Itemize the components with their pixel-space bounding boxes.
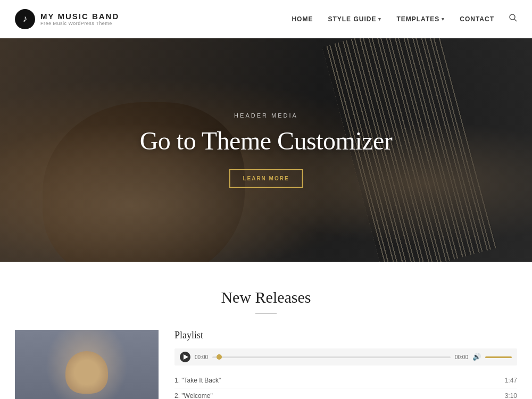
- progress-handle[interactable]: [217, 354, 222, 360]
- hero-title: Go to Theme Customizer: [140, 126, 393, 155]
- logo-text-block: MY MUSIC BAND Free Music WordPress Theme: [40, 12, 119, 26]
- track-duration: 3:10: [505, 392, 517, 399]
- nav-item-home[interactable]: HOME: [292, 15, 313, 23]
- hero-section: HEADER MEDIA Go to Theme Customizer LEAR…: [0, 38, 532, 262]
- svg-point-0: [510, 14, 515, 20]
- nav-item-style-guide[interactable]: STYLE GUIDE ▾: [328, 15, 381, 23]
- releases-content: Playlist 00:00 00:00 🔊 1. "Take It Back": [15, 330, 517, 399]
- section-title: New Releases: [15, 288, 517, 306]
- audio-player[interactable]: 00:00 00:00 🔊: [174, 348, 517, 365]
- main-nav: HOME STYLE GUIDE ▾ TEMPLATES ▾ CONTACT: [292, 14, 517, 24]
- nav-item-templates[interactable]: TEMPLATES ▾: [396, 15, 445, 23]
- track-duration: 1:47: [505, 377, 517, 384]
- progress-track[interactable]: [212, 356, 451, 358]
- site-header: ♪ MY MUSIC BAND Free Music WordPress The…: [0, 0, 532, 38]
- track-name: 2. "Welcome": [174, 392, 213, 399]
- hero-content: HEADER MEDIA Go to Theme Customizer LEAR…: [140, 112, 393, 188]
- search-icon[interactable]: [509, 14, 517, 24]
- play-button[interactable]: [180, 352, 190, 362]
- logo-title: MY MUSIC BAND: [40, 12, 119, 21]
- logo-icon: ♪: [15, 9, 35, 29]
- time-start: 00:00: [195, 354, 208, 360]
- learn-more-button[interactable]: LEARN MORE: [229, 169, 303, 188]
- album-art: [15, 330, 159, 399]
- volume-bar[interactable]: [485, 356, 512, 358]
- track-item[interactable]: 1. "Take It Back" 1:47: [174, 373, 517, 388]
- nav-item-contact[interactable]: CONTACT: [460, 15, 494, 23]
- playlist-title: Playlist: [174, 330, 517, 341]
- volume-icon[interactable]: 🔊: [472, 353, 481, 361]
- playlist-area: Playlist 00:00 00:00 🔊 1. "Take It Back": [174, 330, 517, 399]
- time-end: 00:00: [455, 354, 468, 360]
- logo-subtitle: Free Music WordPress Theme: [40, 21, 119, 26]
- chevron-down-icon: ▾: [378, 16, 381, 22]
- svg-line-1: [514, 19, 517, 21]
- track-list: 1. "Take It Back" 1:47 2. "Welcome" 3:10…: [174, 373, 517, 399]
- logo-area[interactable]: ♪ MY MUSIC BAND Free Music WordPress The…: [15, 9, 119, 29]
- track-name: 1. "Take It Back": [174, 377, 221, 384]
- new-releases-section: New Releases Playlist 00:00 00:00 🔊: [0, 262, 532, 399]
- hero-label: HEADER MEDIA: [140, 112, 393, 119]
- section-divider: [255, 313, 277, 314]
- track-item[interactable]: 2. "Welcome" 3:10: [174, 388, 517, 399]
- chevron-down-icon: ▾: [442, 16, 445, 22]
